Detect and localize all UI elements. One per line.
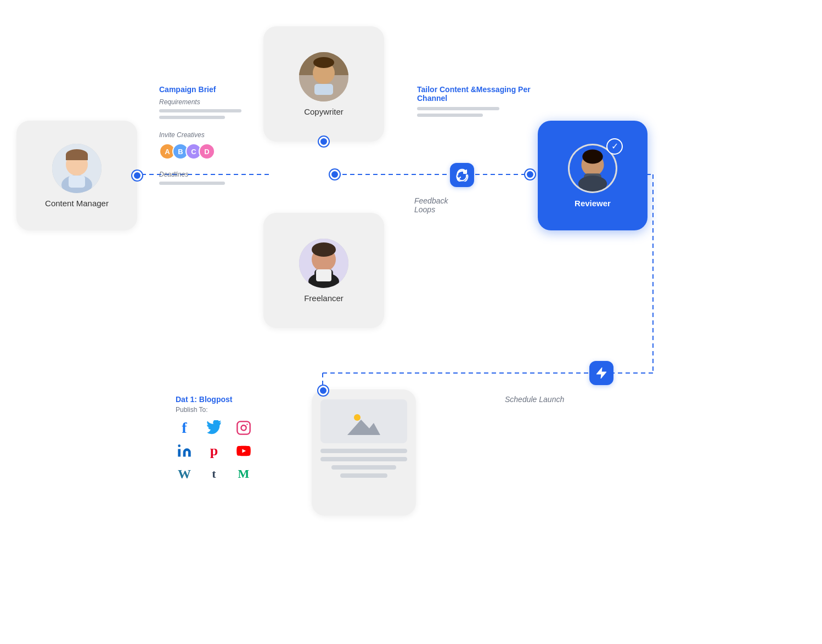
- freelancer-avatar: [299, 239, 348, 288]
- medium-icon[interactable]: M: [235, 465, 252, 483]
- anno-line-3: [159, 182, 225, 185]
- content-manager-avatar: [52, 144, 102, 193]
- linkedin-icon[interactable]: [176, 442, 193, 460]
- svg-rect-37: [316, 269, 331, 281]
- content-line-4: [340, 473, 388, 478]
- content-line-1: [320, 449, 407, 453]
- svg-point-29: [582, 149, 603, 163]
- social-icons-grid: f p W t M: [176, 419, 257, 483]
- pinterest-icon[interactable]: p: [205, 442, 223, 460]
- facebook-icon[interactable]: f: [176, 419, 193, 437]
- requirements-label: Requirements: [159, 98, 241, 106]
- instagram-icon[interactable]: [235, 419, 252, 437]
- dat1-blogpost-title: Dat 1: Blogpost: [176, 395, 257, 404]
- social-publish-area: Dat 1: Blogpost Publish To: f p: [176, 395, 257, 483]
- content-manager-label: Content Manager: [45, 199, 109, 208]
- campaign-brief-annotation: Campaign Brief Requirements Invite Creat…: [159, 85, 241, 185]
- copywriter-card: Copywriter: [263, 26, 384, 142]
- svg-point-34: [312, 242, 336, 257]
- freelancer-label: Freelancer: [304, 293, 344, 303]
- copywriter-label: Copywriter: [304, 107, 344, 116]
- reviewer-avatar-wrap: ✓: [568, 144, 617, 193]
- svg-point-31: [578, 176, 607, 192]
- reviewer-label: Reviewer: [575, 199, 611, 208]
- canvas: Content Manager Campaign Brief Requireme…: [0, 0, 822, 644]
- copywriter-dot-bottom: [319, 137, 329, 146]
- svg-rect-43: [178, 449, 181, 457]
- campaign-brief-title: Campaign Brief: [159, 85, 241, 94]
- mini-avatar-4: D: [199, 143, 215, 160]
- content-line-2: [320, 457, 407, 461]
- tailor-line-2: [417, 114, 483, 117]
- mini-avatar-row: A B C D: [159, 143, 241, 160]
- content-manager-dot: [132, 171, 142, 180]
- tumblr-icon[interactable]: t: [205, 465, 223, 483]
- feedback-loops-label: Feedback Loops: [414, 196, 448, 214]
- svg-point-44: [178, 444, 181, 447]
- svg-point-25: [313, 57, 334, 68]
- reviewer-card: ✓ Reviewer: [538, 121, 648, 230]
- publish-to-label: Publish To:: [176, 406, 257, 414]
- content-line-3: [331, 465, 397, 470]
- freelancer-card: Freelancer: [263, 213, 384, 328]
- youtube-icon[interactable]: [235, 442, 252, 460]
- invite-creatives-label: Invite Creatives: [159, 131, 241, 139]
- copywriter-avatar: [299, 52, 348, 101]
- reviewer-check-badge: ✓: [606, 138, 623, 155]
- svg-point-39: [354, 414, 361, 421]
- connection-lines: [0, 0, 822, 644]
- svg-rect-41: [237, 421, 250, 434]
- reviewer-approach-dot: [525, 170, 535, 179]
- tailor-line-1: [417, 107, 499, 110]
- svg-rect-15: [66, 155, 88, 160]
- anno-line-1: [159, 109, 241, 112]
- schedule-launch-label: Schedule Launch: [505, 395, 564, 404]
- twitter-icon[interactable]: [205, 419, 223, 437]
- content-card: [312, 389, 416, 516]
- svg-rect-12: [69, 176, 85, 188]
- refresh-icon-button[interactable]: [450, 163, 474, 187]
- content-card-dot: [318, 386, 328, 396]
- anno-line-2: [159, 116, 225, 119]
- content-manager-card: Content Manager: [16, 121, 137, 230]
- tailor-content-title: Tailor Content &Messaging Per Channel: [417, 85, 538, 103]
- wordpress-icon[interactable]: W: [176, 465, 193, 483]
- svg-rect-26: [314, 84, 333, 95]
- deadlines-label: Deadlines: [159, 171, 241, 178]
- copywriter-line-dot: [330, 170, 340, 179]
- tailor-content-annotation: Tailor Content &Messaging Per Channel: [417, 85, 538, 117]
- lightning-icon-button[interactable]: [589, 361, 613, 385]
- content-image-placeholder: [320, 399, 407, 443]
